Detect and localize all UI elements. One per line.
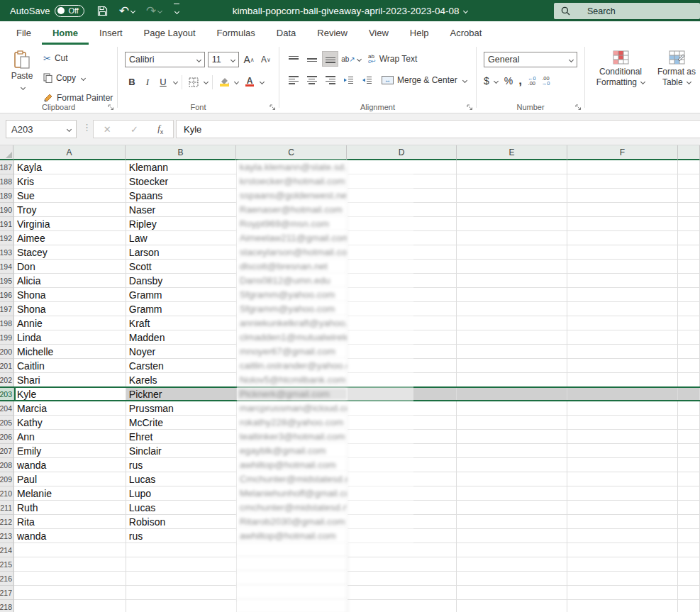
number-format-select[interactable]: General bbox=[484, 52, 577, 67]
cell-empty[interactable] bbox=[678, 486, 700, 501]
cell-empty[interactable] bbox=[678, 189, 700, 203]
row-header[interactable]: 197 bbox=[0, 302, 14, 316]
cell-empty[interactable] bbox=[567, 600, 678, 612]
cell-first-name[interactable]: Michelle bbox=[14, 345, 126, 359]
grow-font-button[interactable]: A∧ bbox=[242, 52, 256, 67]
cell-empty[interactable] bbox=[348, 174, 457, 189]
cell-first-name[interactable]: Alicia bbox=[14, 274, 126, 288]
orientation-button[interactable]: ab ↗ bbox=[340, 51, 362, 67]
conditional-formatting-button[interactable]: Conditional Formatting bbox=[591, 50, 650, 88]
cell-last-name[interactable]: Pickner bbox=[126, 388, 237, 400]
cut-button[interactable]: ✂ Cut bbox=[41, 50, 115, 66]
cell-empty[interactable] bbox=[457, 543, 567, 557]
ribbon-tab[interactable]: Insert bbox=[89, 21, 133, 45]
top-align-button[interactable] bbox=[285, 51, 301, 67]
cell-empty[interactable] bbox=[348, 557, 457, 572]
cell-empty[interactable] bbox=[678, 160, 700, 174]
column-header[interactable]: C bbox=[236, 145, 347, 160]
cell-empty[interactable] bbox=[457, 231, 567, 245]
cell-empty[interactable] bbox=[348, 302, 457, 316]
row-header[interactable]: 194 bbox=[0, 260, 14, 274]
cancel-button[interactable]: ✕ bbox=[104, 124, 111, 135]
cell-empty[interactable] bbox=[348, 472, 457, 486]
cell-empty[interactable] bbox=[348, 217, 457, 231]
cell-empty[interactable] bbox=[348, 501, 457, 515]
search-box[interactable] bbox=[554, 3, 700, 19]
cell-email[interactable]: krstoecker@hotmail.com bbox=[237, 174, 348, 189]
cell-email[interactable]: Picknerk@gmail.com bbox=[237, 388, 348, 400]
cell-first-name[interactable]: Linda bbox=[14, 330, 126, 345]
cell-last-name[interactable]: Larson bbox=[126, 245, 237, 260]
cell-empty[interactable] bbox=[348, 231, 457, 245]
cell-first-name[interactable]: Troy bbox=[14, 203, 126, 217]
cell-first-name[interactable]: Ann bbox=[14, 430, 126, 444]
cell-empty[interactable] bbox=[348, 444, 457, 458]
cell-empty[interactable] bbox=[678, 316, 700, 330]
cell-email[interactable]: tealtinker3@hotmail.com bbox=[237, 430, 348, 444]
cell-first-name[interactable]: wanda bbox=[14, 458, 126, 472]
row-header[interactable]: 192 bbox=[0, 231, 14, 245]
cell-empty[interactable] bbox=[678, 203, 700, 217]
cell-email[interactable]: Melaniehunhoff@gmail.com bbox=[237, 486, 348, 501]
italic-button[interactable]: I bbox=[140, 74, 155, 89]
cell-first-name[interactable]: Virginia bbox=[14, 217, 126, 231]
decrease-decimal-button[interactable]: .00 →0 bbox=[542, 76, 550, 87]
cell-email[interactable]: Roypt969@msn.com bbox=[237, 217, 348, 231]
borders-dropdown-icon[interactable] bbox=[204, 79, 209, 84]
cell-first-name[interactable]: Shona bbox=[14, 288, 126, 302]
cell-first-name[interactable]: Annie bbox=[14, 316, 126, 330]
cell-first-name[interactable] bbox=[14, 543, 126, 557]
column-header[interactable]: B bbox=[126, 145, 236, 160]
undo-button[interactable]: ↶ bbox=[119, 4, 135, 18]
column-header[interactable]: E bbox=[457, 145, 567, 160]
row-header[interactable]: 215 bbox=[0, 557, 14, 572]
select-all-button[interactable] bbox=[0, 145, 13, 160]
underline-dropdown-icon[interactable] bbox=[173, 79, 178, 84]
cell-empty[interactable] bbox=[567, 359, 678, 373]
cell-empty[interactable] bbox=[678, 302, 700, 316]
cell-empty[interactable] bbox=[348, 330, 457, 345]
fill-color-button[interactable] bbox=[217, 74, 231, 89]
cell-last-name[interactable]: Robison bbox=[126, 515, 237, 529]
row-header[interactable]: 190 bbox=[0, 203, 14, 217]
cell-empty[interactable] bbox=[678, 557, 700, 572]
cell-empty[interactable] bbox=[678, 373, 700, 387]
increase-indent-button[interactable] bbox=[359, 72, 375, 88]
cell-empty[interactable] bbox=[457, 501, 567, 515]
row-header[interactable]: 206 bbox=[0, 430, 14, 444]
cell-empty[interactable] bbox=[457, 288, 567, 302]
cell-empty[interactable] bbox=[567, 572, 678, 586]
cell-last-name[interactable]: Ehret bbox=[126, 430, 237, 444]
cell-last-name[interactable]: Scott bbox=[126, 260, 237, 274]
enter-button[interactable]: ✓ bbox=[130, 124, 138, 135]
cell-email[interactable]: Aimeelaw211@gmail.com bbox=[237, 231, 348, 245]
cell-last-name[interactable]: Madden bbox=[126, 330, 237, 345]
cell-email[interactable] bbox=[237, 572, 348, 586]
column-header[interactable] bbox=[678, 145, 700, 160]
cell-empty[interactable] bbox=[457, 274, 567, 288]
cell-email[interactable]: Sfgramm@yahoo.com bbox=[237, 288, 348, 302]
cell-last-name[interactable]: Carsten bbox=[126, 359, 237, 373]
bottom-align-button[interactable] bbox=[322, 51, 338, 67]
cell-empty[interactable] bbox=[348, 515, 457, 529]
cell-last-name[interactable]: Naser bbox=[126, 203, 237, 217]
autosave-toggle[interactable]: Off bbox=[55, 5, 84, 17]
cell-email[interactable]: kayla.klemann@state.sd.us bbox=[237, 160, 348, 174]
cell-empty[interactable] bbox=[567, 458, 678, 472]
cell-empty[interactable] bbox=[567, 501, 678, 515]
cell-empty[interactable] bbox=[348, 458, 457, 472]
cell-first-name[interactable]: Shona bbox=[14, 302, 126, 316]
cell-empty[interactable] bbox=[457, 316, 567, 330]
column-header[interactable]: A bbox=[13, 145, 126, 160]
cell-empty[interactable] bbox=[567, 217, 678, 231]
document-title[interactable]: kimball-popcorn-ball-giveaway-april-2023… bbox=[233, 6, 460, 16]
row-header[interactable]: 199 bbox=[0, 330, 14, 345]
cell-empty[interactable] bbox=[678, 444, 700, 458]
cell-empty[interactable] bbox=[348, 401, 457, 416]
cell-empty[interactable] bbox=[567, 388, 678, 400]
row-header[interactable]: 204 bbox=[0, 401, 14, 416]
cell-first-name[interactable] bbox=[14, 572, 126, 586]
row-header[interactable]: 216 bbox=[0, 572, 14, 586]
row-header[interactable]: 209 bbox=[0, 472, 14, 486]
cell-empty[interactable] bbox=[678, 572, 700, 586]
